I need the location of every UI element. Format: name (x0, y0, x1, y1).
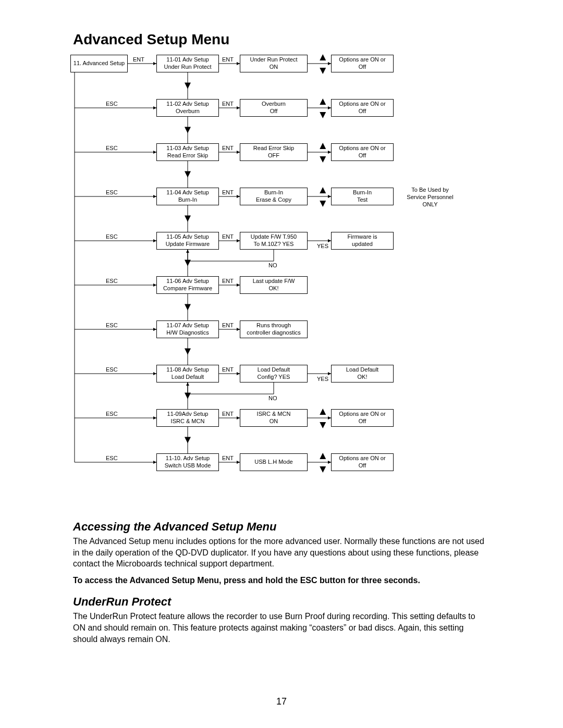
lbl-esc-3: ESC (106, 189, 118, 195)
svg-marker-23 (185, 216, 191, 222)
lbl-esc-9: ESC (106, 455, 118, 461)
menu-node-7: 11-08 Adv SetupLoad Default (156, 365, 219, 382)
lbl-esc-7: ESC (106, 366, 118, 373)
menu-node-8: 11-09Adv SetupISRC & MCN (156, 409, 219, 427)
svg-marker-48 (185, 437, 191, 443)
svg-marker-56 (320, 453, 326, 459)
opt-node-4: Firmware isupdated (331, 232, 394, 250)
lbl-ent-3: ENT (222, 189, 234, 195)
svg-marker-27 (320, 201, 326, 207)
root-node: 11. Advanced Setup (70, 55, 128, 72)
state-node-7: Load DefaultConfig? YES (240, 365, 308, 382)
lbl-no-4: NO (268, 262, 277, 268)
lbl-esc-6: ESC (106, 322, 118, 328)
opt-node-3: Burn-InTest (331, 188, 394, 205)
opt-node-1: Options are ON orOff (331, 99, 394, 117)
lbl-ent-5: ENT (222, 278, 234, 284)
para-underrun-1: The UnderRun Protect feature allows the … (73, 611, 490, 645)
body-text: Accessing the Advanced Setup Menu The Ad… (73, 511, 490, 650)
lbl-ent-2: ENT (222, 145, 234, 151)
page: Advanced Setup Menu 11. Advanced SetupEN… (0, 0, 563, 728)
lbl-ent-9: ENT (222, 455, 234, 461)
svg-marker-52 (320, 422, 326, 428)
svg-marker-6 (320, 68, 326, 74)
svg-marker-5 (320, 54, 326, 60)
svg-marker-13 (320, 112, 326, 118)
lbl-ent-4: ENT (222, 233, 234, 240)
lbl-ent-8: ENT (222, 411, 234, 417)
opt-node-9: Options are ON orOff (331, 453, 394, 471)
side-note-3: To Be Used byService PersonnelONLY (401, 187, 459, 208)
svg-marker-35 (185, 304, 191, 311)
menu-node-4: 11-05 Adv SetupUpdate Firmware (156, 232, 219, 250)
svg-marker-12 (320, 98, 326, 105)
state-node-2: Read Error SkipOFF (240, 143, 308, 161)
lbl-ent-root: ENT (133, 56, 144, 63)
lbl-yes-7: YES (317, 376, 328, 382)
svg-marker-51 (320, 409, 326, 415)
state-node-3: Burn-InErase & Copy (240, 188, 308, 205)
svg-marker-57 (320, 466, 326, 473)
lbl-esc-2: ESC (106, 145, 118, 151)
menu-node-0: 11-01 Adv SetupUnder Run Protect (156, 55, 219, 72)
lbl-esc-4: ESC (106, 233, 118, 240)
svg-marker-2 (185, 83, 191, 89)
state-node-9: USB L.H Mode (240, 453, 308, 471)
lbl-ent-7: ENT (222, 366, 234, 373)
lbl-no-7: NO (268, 395, 277, 401)
heading-underrun: UnderRun Protect (73, 595, 490, 609)
heading-accessing: Accessing the Advanced Setup Menu (73, 520, 490, 534)
svg-marker-39 (185, 349, 191, 355)
state-node-1: OverburnOff (240, 99, 308, 117)
svg-marker-20 (320, 156, 326, 163)
opt-node-2: Options are ON orOff (331, 143, 394, 161)
menu-diagram: 11. Advanced SetupENT11-01 Adv SetupUnde… (70, 52, 498, 511)
page-number: 17 (0, 696, 563, 707)
state-node-5: Last update F/WOK! (240, 276, 308, 294)
svg-marker-16 (185, 171, 191, 178)
para-accessing-2: To access the Advanced Setup Menu, press… (73, 575, 490, 586)
menu-node-3: 11-04 Adv SetupBurn-In (156, 188, 219, 205)
menu-node-9: 11-10. Adv SetupSwitch USB Mode (156, 453, 219, 471)
lbl-yes-4: YES (317, 243, 328, 249)
opt-node-7: Load DefaultOK! (331, 365, 394, 382)
lbl-esc-8: ESC (106, 411, 118, 417)
para-accessing-1: The Advanced Setup menu includes options… (73, 536, 490, 570)
opt-node-8: Options are ON orOff (331, 409, 394, 427)
state-node-4: Update F/W T.950To M.10Z? YES (240, 232, 308, 250)
lbl-ent-1: ENT (222, 101, 234, 107)
svg-marker-26 (320, 187, 326, 193)
opt-node-0: Options are ON orOff (331, 55, 394, 72)
svg-marker-9 (185, 127, 191, 133)
lbl-ent-6: ENT (222, 322, 234, 328)
lbl-esc-1: ESC (106, 101, 118, 107)
state-node-6: Runs throughcontroller diagnostics (240, 320, 308, 338)
page-title: Advanced Setup Menu (73, 31, 490, 48)
state-node-0: Under Run ProtectON (240, 55, 308, 72)
menu-node-2: 11-03 Adv SetupRead Error Skip (156, 143, 219, 161)
menu-node-6: 11-07 Adv SetupH/W Diagnostics (156, 320, 219, 338)
lbl-esc-5: ESC (106, 278, 118, 284)
content-top: Advanced Setup Menu (73, 31, 490, 54)
svg-marker-19 (320, 143, 326, 149)
lbl-ent-0: ENT (222, 56, 234, 63)
menu-node-5: 11-06 Adv SetupCompare Firmware (156, 276, 219, 294)
menu-node-1: 11-02 Adv SetupOverburn (156, 99, 219, 117)
state-node-8: ISRC & MCNON (240, 409, 308, 427)
